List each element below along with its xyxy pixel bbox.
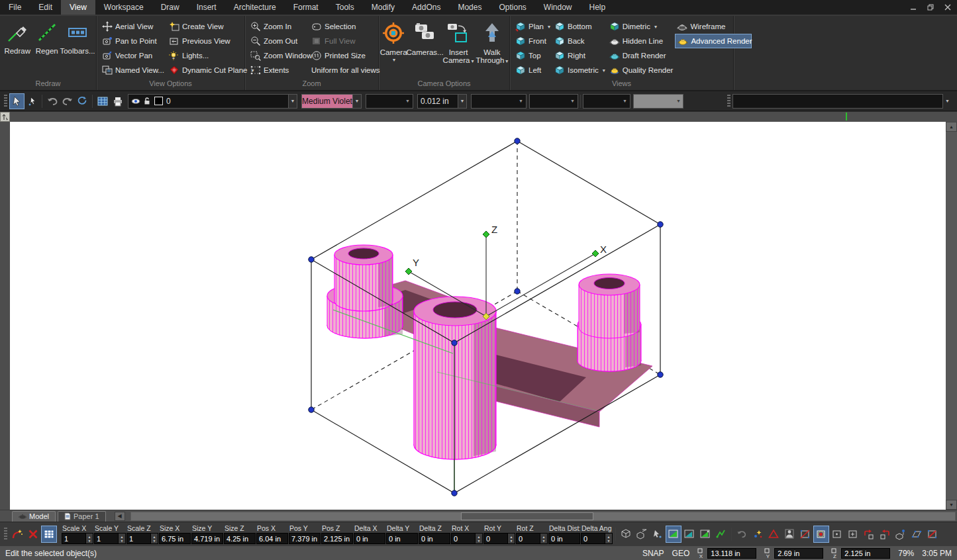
scale-y-input[interactable]: 1▲▼ (94, 533, 126, 544)
delta-ang-input[interactable]: 0▲▼ (581, 533, 613, 544)
menu-addons[interactable]: AddOns (403, 0, 449, 15)
dropdown-caret[interactable]: ▼ (570, 99, 575, 103)
corner-handle[interactable] (658, 372, 663, 377)
snap-toggle[interactable]: SNAP (642, 549, 664, 558)
create-view-item[interactable]: Create View (167, 19, 241, 34)
pin-selection-icon[interactable] (893, 526, 909, 543)
hidden-line-item[interactable]: Hidden Line (607, 34, 676, 48)
scale-x-input[interactable]: 1▲▼ (62, 533, 93, 544)
zoom-level[interactable]: 79% (898, 549, 914, 558)
corner-handle[interactable] (515, 289, 520, 294)
toolbar-grip[interactable] (4, 528, 7, 541)
select-2d-icon[interactable] (634, 526, 650, 543)
menu-file[interactable]: File (0, 0, 30, 15)
fence-pick-icon[interactable] (713, 526, 729, 543)
scroll-up-icon[interactable]: ▲ (946, 122, 957, 132)
spinner[interactable]: ▲▼ (85, 534, 93, 543)
pos-z-input[interactable]: 2.125 in (321, 533, 353, 544)
coordinate-dropdown-caret[interactable]: ▼ (943, 94, 952, 109)
zoom-out-item[interactable]: Zoom Out (248, 34, 309, 48)
layer-visible-icon[interactable] (131, 97, 140, 105)
lights-item[interactable]: Lights... (167, 48, 241, 63)
line-end-combo[interactable]: ▼ (529, 94, 578, 109)
drawing-canvas[interactable]: X Y Z (10, 122, 946, 510)
view-right-item[interactable]: Right (552, 48, 607, 63)
layer-lock-icon[interactable] (143, 97, 151, 105)
x-axis-handle[interactable] (592, 250, 599, 257)
menu-help[interactable]: Help (581, 0, 615, 15)
window-pick-inside-icon[interactable] (681, 526, 697, 543)
layer-dropdown-caret[interactable]: ▼ (289, 94, 297, 109)
layer-combo[interactable]: 0 (128, 94, 289, 109)
layer-color-swatch[interactable] (154, 97, 163, 105)
toolbar-grip[interactable] (4, 95, 7, 108)
scale-z-input[interactable]: 1▲▼ (126, 533, 158, 544)
menu-architecture[interactable]: Architecture (225, 0, 285, 15)
tab-model[interactable]: Model (12, 511, 56, 522)
menu-edit[interactable]: Edit (30, 0, 61, 15)
size-z-input[interactable]: 4.25 in (224, 533, 256, 544)
model-3d-part[interactable] (327, 245, 652, 459)
vertical-scrollbar[interactable]: ▲ ▼ (946, 122, 957, 510)
fill-preview-combo[interactable]: ▼ (633, 94, 683, 109)
regen-button[interactable]: Regen (33, 19, 62, 79)
drawing-viewport[interactable]: X Y Z (10, 122, 946, 510)
zoom-window-item[interactable]: Zoom Window (248, 48, 309, 63)
restore-icon[interactable] (926, 3, 934, 12)
vector-pan-item[interactable]: Vector Pan (100, 48, 167, 63)
walk-through-button[interactable]: Walk Through▾ (476, 19, 508, 79)
ignore-rect-icon[interactable] (925, 526, 940, 543)
spinner[interactable]: ▲▼ (150, 534, 158, 543)
dropdown-caret[interactable]: ▼ (519, 99, 523, 103)
y-coordinate-input[interactable]: 2.69 in (774, 548, 823, 559)
pos-y-input[interactable]: 7.379 in (289, 533, 321, 544)
coordinate-combo[interactable] (732, 94, 943, 109)
selection-info-button[interactable] (41, 526, 57, 543)
view-top-item[interactable]: Top (513, 48, 552, 63)
menu-modes[interactable]: Modes (449, 0, 490, 15)
menu-draw[interactable]: Draw (152, 0, 188, 15)
pan-to-point-item[interactable]: Pan to Point (100, 34, 167, 48)
rot-x-input[interactable]: 0▲▼ (451, 533, 483, 544)
open-window-mode-icon[interactable] (666, 526, 681, 543)
dropdown-caret[interactable]: ▼ (623, 99, 627, 103)
dropdown-caret[interactable]: ▾ (393, 57, 395, 63)
minimize-icon[interactable] (909, 3, 917, 12)
uniform-for-all-views-item[interactable]: Uniform for all views (309, 63, 382, 77)
horizontal-scrollbar[interactable] (130, 512, 956, 521)
spinner[interactable]: ▲▼ (605, 534, 612, 543)
select-3d-icon[interactable] (618, 526, 634, 543)
node-edit-icon[interactable] (650, 526, 666, 543)
previous-view-item[interactable]: Previous View (167, 34, 241, 48)
zoom-extents-item[interactable]: Extents (248, 63, 309, 77)
geo-toggle[interactable]: GEO (672, 549, 690, 558)
warning-select-icon[interactable] (766, 526, 781, 543)
dynamic-cut-plane-item[interactable]: Dynamic Cut Plane ▾ (167, 63, 241, 77)
dropdown-caret[interactable]: ▾ (603, 68, 605, 73)
dropdown-caret[interactable]: ▾ (654, 24, 657, 30)
corner-handle[interactable] (515, 138, 520, 144)
color-combo[interactable]: Medium Violet (301, 94, 353, 109)
view-isometric-item[interactable]: Isometric ▾ (552, 63, 607, 77)
close-icon[interactable] (943, 3, 952, 12)
corner-handle[interactable] (452, 340, 457, 346)
horizontal-scroll-thumb[interactable] (461, 512, 593, 520)
redo-button[interactable] (60, 93, 75, 109)
menu-format[interactable]: Format (285, 0, 327, 15)
menu-view[interactable]: View (61, 0, 95, 15)
aerial-view-item[interactable]: Aerial View (100, 19, 167, 34)
line-style-combo[interactable]: ▼ (471, 94, 527, 109)
origin-corner-button[interactable] (0, 112, 10, 122)
workplane-select-icon[interactable] (909, 526, 925, 543)
jump-b-icon[interactable] (877, 526, 893, 543)
lasso-select-button[interactable] (75, 93, 90, 109)
dropdown-caret[interactable]: ▾ (505, 58, 508, 64)
view-bottom-item[interactable]: Bottom (552, 19, 607, 34)
dropdown-caret[interactable]: ▾ (548, 24, 550, 30)
corner-handle[interactable] (309, 257, 314, 262)
color-dropdown-caret[interactable]: ▼ (353, 94, 362, 109)
cameras-button[interactable]: Cameras... (409, 19, 441, 79)
spinner[interactable]: ▲▼ (540, 534, 547, 543)
menu-tools[interactable]: Tools (327, 0, 363, 15)
zoom-selection-item[interactable]: Selection (309, 19, 382, 34)
